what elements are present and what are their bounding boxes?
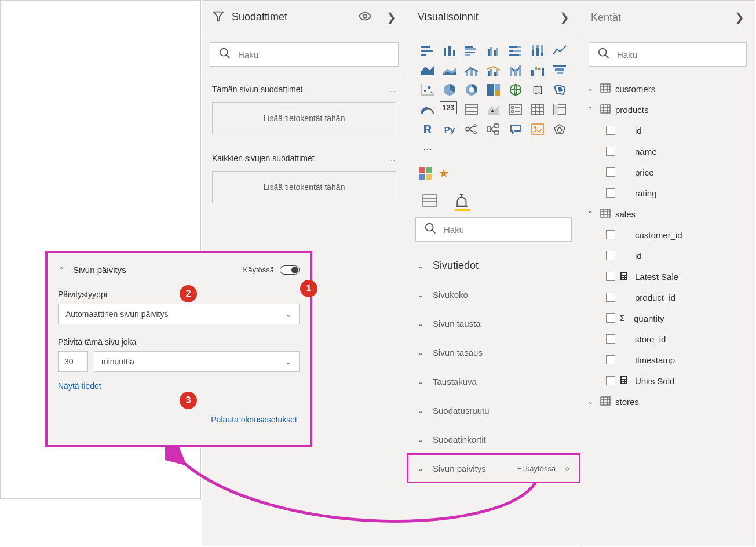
collapse-visualizations-icon[interactable]: ❯	[560, 10, 569, 24]
sigma-icon: Σ	[620, 313, 630, 323]
refresh-interval-unit-select[interactable]: minuuttia ⌄	[94, 351, 300, 372]
viz-clustered-column-icon[interactable]	[484, 42, 503, 59]
section-filter-cards[interactable]: ⌄ Suodatinkortit	[407, 425, 580, 454]
viz-filled-map-icon[interactable]	[528, 82, 547, 98]
refresh-type-select[interactable]: Automaattinen sivun päivitys ⌄	[58, 304, 300, 324]
table-products[interactable]: ⌃ products	[584, 99, 755, 120]
field-products-name[interactable]: name	[584, 141, 755, 162]
viz-waterfall-icon[interactable]	[528, 62, 547, 78]
viz-decomposition-icon[interactable]	[484, 121, 503, 137]
checkbox[interactable]	[606, 293, 615, 302]
fields-tab-icon[interactable]	[421, 192, 439, 209]
favorite-star-icon[interactable]: ★	[439, 166, 449, 180]
checkbox[interactable]	[606, 230, 615, 239]
all-pages-filters-dropzone[interactable]: Lisää tietokentät tähän	[212, 171, 396, 203]
viz-funnel-icon[interactable]	[550, 62, 569, 78]
checkbox[interactable]	[606, 334, 615, 344]
checkbox[interactable]	[606, 167, 615, 177]
field-sales-timestamp[interactable]: timestamp	[584, 349, 755, 370]
viz-table-icon[interactable]	[528, 101, 547, 118]
viz-qa-icon[interactable]	[506, 121, 525, 137]
field-sales-units-sold[interactable]: Units Sold	[584, 370, 755, 391]
viz-stacked-area-icon[interactable]	[440, 62, 459, 78]
filters-search-input[interactable]: Haku	[210, 42, 399, 67]
viz-stacked-column-icon[interactable]	[440, 42, 459, 59]
chevron-up-icon[interactable]: ⌃	[58, 265, 67, 275]
viz-card-icon[interactable]: 123	[440, 101, 457, 114]
viz-scatter-icon[interactable]	[418, 82, 437, 98]
table-sales[interactable]: ⌃ sales	[584, 203, 755, 224]
format-search-input[interactable]: Haku	[415, 217, 572, 242]
svg-rect-26	[536, 48, 539, 56]
checkbox[interactable]	[606, 355, 615, 364]
checkbox[interactable]	[606, 313, 615, 323]
field-sales-customer-id[interactable]: customer_id	[584, 224, 755, 245]
field-sales-latest-sale[interactable]: Latest Sale	[584, 266, 755, 287]
table-stores[interactable]: ⌄ stores	[584, 391, 755, 412]
field-products-price[interactable]: price	[584, 162, 755, 183]
all-pages-filters-more-icon[interactable]: …	[388, 154, 396, 163]
viz-narrative-icon[interactable]	[528, 121, 547, 137]
section-page-alignment[interactable]: ⌄ Sivun tasaus	[407, 338, 580, 367]
toggle-off-icon[interactable]: ○	[565, 464, 569, 473]
section-wallpaper[interactable]: ⌄ Taustakuva	[407, 367, 580, 396]
viz-100-bar-icon[interactable]	[506, 42, 525, 59]
field-products-rating[interactable]: rating	[584, 183, 755, 203]
checkbox[interactable]	[606, 126, 615, 135]
viz-python-icon[interactable]: Py	[440, 121, 459, 137]
section-page-info[interactable]: ⌄ Sivutiedot	[407, 251, 580, 280]
checkbox[interactable]	[606, 147, 615, 156]
svg-rect-61	[495, 90, 500, 96]
svg-line-107	[605, 55, 609, 59]
field-sales-quantity[interactable]: Σquantity	[584, 308, 755, 329]
viz-line-icon[interactable]	[550, 42, 569, 59]
viz-area-icon[interactable]	[418, 62, 437, 78]
section-filter-pane[interactable]: ⌄ Suodatusruutu	[407, 396, 580, 425]
restore-defaults-link[interactable]: Palauta oletusasetukset	[211, 415, 297, 424]
fields-search-input[interactable]: Haku	[589, 42, 747, 67]
collapse-fields-icon[interactable]: ❯	[735, 10, 744, 24]
field-sales-id[interactable]: id	[584, 245, 755, 266]
viz-ribbon-icon[interactable]	[506, 62, 525, 78]
visibility-icon[interactable]	[359, 10, 371, 24]
viz-paginated-icon[interactable]	[550, 121, 569, 137]
viz-line-clustered-icon[interactable]	[484, 62, 503, 78]
svg-rect-72	[512, 111, 513, 112]
collapse-filters-icon[interactable]: ❯	[386, 10, 396, 24]
viz-kpi-icon[interactable]: ▲	[484, 101, 503, 118]
show-details-link[interactable]: Näytä tiedot	[58, 381, 101, 391]
checkbox[interactable]	[606, 251, 615, 260]
page-filters-dropzone[interactable]: Lisää tietokentät tähän	[212, 102, 396, 134]
checkbox[interactable]	[606, 272, 615, 281]
viz-pie-icon[interactable]	[440, 82, 459, 98]
marketplace-icon[interactable]	[419, 167, 432, 180]
viz-r-icon[interactable]: R	[418, 121, 437, 137]
checkbox[interactable]	[606, 376, 615, 385]
checkbox[interactable]	[606, 188, 615, 198]
format-tab-icon[interactable]	[454, 192, 471, 209]
field-sales-product-id[interactable]: product_id	[584, 287, 755, 308]
viz-shape-map-icon[interactable]	[550, 82, 569, 98]
table-customers[interactable]: ⌄ customers	[584, 78, 755, 99]
page-filters-more-icon[interactable]: …	[388, 85, 396, 94]
viz-100-column-icon[interactable]	[528, 42, 547, 59]
viz-key-influencers-icon[interactable]	[462, 121, 481, 137]
viz-gauge-icon[interactable]	[418, 101, 437, 118]
field-sales-store-id[interactable]: store_id	[584, 329, 755, 349]
viz-clustered-bar-icon[interactable]	[462, 42, 481, 59]
viz-multi-card-icon[interactable]	[462, 101, 481, 118]
refresh-interval-value-input[interactable]: 30	[58, 351, 88, 372]
page-refresh-toggle[interactable]	[280, 265, 300, 275]
section-page-size[interactable]: ⌄ Sivukoko	[407, 280, 580, 309]
viz-line-column-icon[interactable]	[462, 62, 481, 78]
viz-stacked-bar-icon[interactable]	[418, 42, 437, 59]
field-products-id[interactable]: id	[584, 120, 755, 141]
viz-more-icon[interactable]: ⋯	[418, 141, 437, 157]
viz-map-icon[interactable]	[506, 82, 525, 98]
viz-treemap-icon[interactable]	[484, 82, 503, 98]
section-page-background[interactable]: ⌄ Sivun tausta	[407, 309, 580, 338]
viz-matrix-icon[interactable]	[550, 101, 569, 118]
section-page-refresh[interactable]: ⌄ Sivun päivitys Ei käytössä ○	[407, 454, 580, 483]
viz-slicer-icon[interactable]	[506, 101, 525, 118]
viz-donut-icon[interactable]	[462, 82, 481, 98]
